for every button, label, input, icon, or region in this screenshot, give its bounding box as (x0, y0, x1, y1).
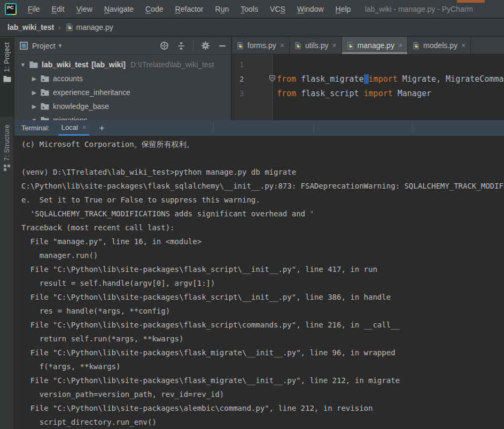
terminal-line: res = handle(*args, **config) (21, 307, 504, 321)
project-panel-header: Project ▼ (14, 37, 231, 55)
left-tool-window-bar: 1: Project 7: Structure (0, 37, 14, 429)
tree-chevron-icon[interactable]: ▶ (31, 89, 37, 96)
project-panel-title[interactable]: Project (32, 42, 56, 50)
close-icon[interactable]: × (332, 41, 336, 50)
editor-area: forms.py × utils.py × manage.py × (232, 37, 504, 120)
fold-region-icon[interactable] (269, 75, 276, 82)
terminal-tab-local[interactable]: Local × (58, 120, 90, 136)
editor-tab-models.py[interactable]: models.py × (408, 37, 471, 54)
terminal-line: File "C:\Python\lib\site-packages\alembi… (21, 404, 504, 418)
tool-button-project[interactable]: 1: Project (0, 38, 14, 117)
editor-tab-label: models.py (423, 41, 458, 50)
new-session-button[interactable]: + (99, 123, 104, 134)
menu-item-code[interactable]: Code (139, 5, 169, 13)
project-tree: ▼ lab_wiki_test [lab_wiki] D:\ITrelated\… (14, 55, 231, 120)
terminal-line: version_path=version_path, rev_id=rev_id… (21, 390, 504, 404)
editor-gutter: 1 2 3 (232, 54, 273, 120)
close-icon[interactable]: × (461, 41, 466, 50)
settings-gear-button[interactable] (201, 41, 210, 50)
menu-item-help[interactable]: Help (330, 5, 357, 13)
terminal-line: C:\Python\lib\site-packages\flask_sqlalc… (21, 182, 504, 196)
tree-row-knowledge_base[interactable]: ▶ knowledge_base (14, 99, 231, 113)
terminal-line: Traceback (most recent call last): (21, 223, 504, 237)
code-editor[interactable]: 1 2 3 from flask_migrate import Migrate,… (232, 54, 504, 120)
terminal-line: File "C:\Python\lib\site-packages\flask_… (21, 376, 504, 390)
terminal-line: File "C:\Python\lib\site-packages\flask_… (21, 265, 504, 279)
folder-icon (41, 103, 49, 110)
tree-row-accounts[interactable]: ▶ accounts (14, 72, 231, 85)
tool-button-project-label: 1: Project (3, 42, 11, 72)
pycharm-logo-icon: PC (5, 3, 17, 15)
terminal-line: File "C:\Python\lib\site-packages\flask_… (21, 348, 504, 362)
code-token: from (277, 89, 296, 98)
folder-icon (41, 75, 49, 82)
terminal-line: File "manage.py", line 16, in <module> (21, 237, 504, 251)
folder-icon (29, 61, 38, 68)
terminal-line: return self.run(*args, **kwargs) (21, 334, 504, 348)
python-file-icon (412, 42, 420, 50)
tree-chevron-icon[interactable]: ▶ (31, 75, 37, 82)
python-file-icon (294, 42, 302, 50)
code-token: import (369, 74, 398, 84)
menu-item-window[interactable]: Window (291, 5, 330, 13)
tree-item-label: knowledge_base (53, 102, 109, 111)
folder-icon (41, 89, 49, 96)
menu-item-navigate[interactable]: Navigate (98, 5, 139, 13)
terminal-line: File "C:\Python\lib\site-packages\flask_… (21, 321, 504, 334)
terminal-tab-label: Local (61, 123, 78, 131)
folder-icon (41, 116, 49, 120)
pycharm-window: PC FileEditViewNavigateCodeRefactorRunTo… (0, 0, 504, 429)
folder-icon (3, 75, 11, 82)
hide-panel-button[interactable] (218, 41, 227, 50)
terminal-label: Terminal: (21, 124, 50, 132)
tool-window-icon (20, 42, 28, 50)
code-line: from flask_script import Manager (277, 86, 504, 100)
tool-button-structure[interactable]: 7: Structure (0, 121, 14, 200)
header-divider (313, 122, 314, 134)
tree-chevron-icon[interactable]: ▼ (20, 61, 26, 68)
menu-item-edit[interactable]: Edit (46, 5, 71, 13)
menu-item-refactor[interactable]: Refactor (169, 5, 210, 13)
collapse-all-button[interactable] (176, 41, 185, 50)
line-number: 1 (232, 60, 248, 69)
close-icon[interactable]: × (280, 41, 284, 50)
breadcrumb-project[interactable]: lab_wiki_test (7, 23, 54, 32)
tree-chevron-icon[interactable]: ▶ (31, 103, 37, 110)
locate-file-button[interactable] (160, 41, 169, 50)
editor-tab-forms.py[interactable]: forms.py × (232, 37, 290, 54)
code-token: flask_migrate (296, 74, 363, 84)
menu-item-view[interactable]: View (71, 5, 98, 13)
terminal-line: f(*args, **kwargs) (21, 362, 504, 376)
tree-row-lab_wiki_test[interactable]: ▼ lab_wiki_test [lab_wiki] D:\ITrelated\… (14, 58, 231, 72)
menu-item-run[interactable]: Run (210, 5, 235, 13)
tree-row-experience_inheritance[interactable]: ▶ experience_inheritance (14, 85, 231, 99)
terminal-line: (venv) D:\ITrelated\lab_wiki_test>python… (21, 168, 504, 182)
tree-item-label: migrations (53, 116, 88, 120)
breadcrumb-file[interactable]: manage.py (76, 23, 113, 32)
chevron-down-icon[interactable]: ▼ (58, 43, 63, 49)
python-file-icon (236, 42, 244, 50)
toolbar-divider (193, 41, 193, 51)
editor-tab-utils.py[interactable]: utils.py × (290, 37, 342, 54)
terminal-output[interactable]: (c) Microsoft Corporation。保留所有权利。(venv) … (14, 136, 504, 429)
terminal-header: Terminal: Local × + (14, 120, 504, 136)
menu-item-tools[interactable]: Tools (235, 5, 264, 13)
terminal-line: manager.run() (21, 251, 504, 265)
close-icon[interactable]: × (398, 41, 402, 50)
tree-item-label: accounts (53, 74, 83, 83)
close-icon[interactable]: × (82, 123, 87, 131)
line-number: 2 (232, 75, 248, 83)
editor-tab-label: forms.py (247, 41, 276, 50)
editor-tab-label: manage.py (358, 41, 394, 50)
menu-item-file[interactable]: File (22, 5, 46, 13)
terminal-line: (c) Microsoft Corporation。保留所有权利。 (21, 140, 504, 154)
tree-row-migrations[interactable]: ▼ migrations (14, 113, 231, 120)
terminal-line: 'SQLALCHEMY_TRACK_MODIFICATIONS adds sig… (21, 209, 504, 223)
menu-bar: PC FileEditViewNavigateCodeRefactorRunTo… (0, 0, 504, 18)
gutter-line: 2 (232, 72, 272, 86)
menu-item-vcs[interactable]: VCS (264, 5, 291, 13)
terminal-line (21, 154, 504, 168)
line-number: 3 (232, 89, 248, 98)
code-line: from flask_migrate import Migrate, Migra… (277, 72, 504, 86)
editor-tab-manage.py[interactable]: manage.py × (342, 37, 408, 54)
